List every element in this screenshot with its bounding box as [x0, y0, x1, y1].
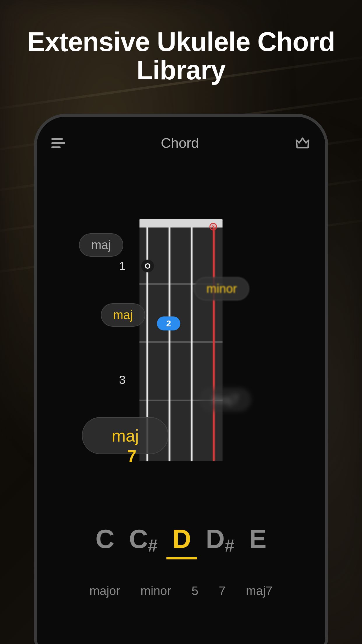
type-selector: major minor 5 7 maj7 — [37, 584, 325, 598]
chord-pill-minor[interactable]: minor — [194, 277, 249, 300]
promo-title: Extensive Ukulele Chord Library — [0, 28, 362, 84]
chord-pill-maj-1[interactable]: maj — [79, 233, 123, 257]
note-selector: C C# D D# E — [37, 524, 325, 554]
mute-x-icon: × — [210, 223, 217, 230]
string-2[interactable] — [169, 228, 171, 461]
fret-label-3: 3 — [119, 373, 126, 386]
menu-icon[interactable] — [51, 136, 65, 150]
note-d-sharp[interactable]: D# — [206, 524, 234, 554]
type-major[interactable]: major — [89, 584, 120, 598]
phone-screen: Chord × 1 3 — [37, 117, 325, 644]
finger-open: O — [141, 260, 154, 272]
chord-pill-maj-large[interactable]: maj — [82, 417, 168, 454]
type-7[interactable]: 7 — [219, 584, 226, 598]
note-c[interactable]: C — [96, 524, 115, 554]
type-5[interactable]: 5 — [191, 584, 198, 598]
fret-label-1: 1 — [119, 260, 126, 273]
fret-2 — [140, 341, 223, 343]
note-e[interactable]: E — [249, 524, 266, 554]
note-d-active[interactable]: D — [172, 524, 191, 554]
crown-icon[interactable] — [294, 135, 311, 151]
type-minor[interactable]: minor — [140, 584, 171, 598]
type-maj7[interactable]: maj7 — [246, 584, 273, 598]
promo-title-line2: Library — [0, 56, 362, 84]
header-title: Chord — [161, 135, 199, 151]
seven-label: 7 — [127, 446, 136, 466]
app-header: Chord — [37, 131, 325, 155]
phone-frame: Chord × 1 3 — [34, 114, 328, 644]
promo-title-line1: Extensive Ukulele Chord — [0, 28, 362, 56]
chord-pill-maj-2[interactable]: maj — [101, 303, 145, 327]
string-3[interactable] — [191, 228, 193, 461]
string-4-muted[interactable] — [213, 228, 215, 461]
note-c-sharp[interactable]: C# — [129, 524, 158, 554]
chord-pill-maj7-blur[interactable]: maj7 — [200, 388, 251, 411]
finger-2: 2 — [157, 316, 180, 330]
